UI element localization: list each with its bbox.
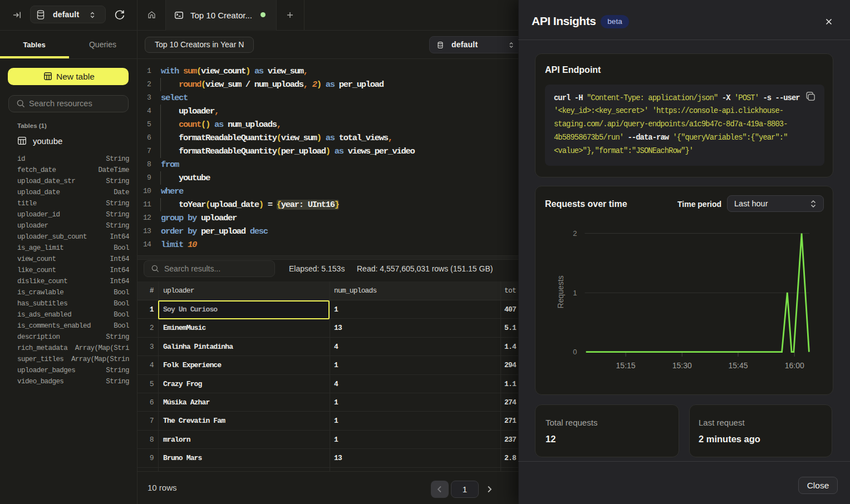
svg-text:2: 2 bbox=[573, 229, 577, 238]
svg-text:16:00: 16:00 bbox=[785, 361, 804, 370]
svg-text:15:30: 15:30 bbox=[672, 361, 692, 370]
svg-text:15:45: 15:45 bbox=[728, 361, 748, 370]
svg-text:15:15: 15:15 bbox=[616, 361, 636, 370]
svg-text:1: 1 bbox=[573, 289, 577, 297]
svg-text:Requests: Requests bbox=[556, 275, 565, 308]
svg-text:0: 0 bbox=[573, 348, 577, 356]
